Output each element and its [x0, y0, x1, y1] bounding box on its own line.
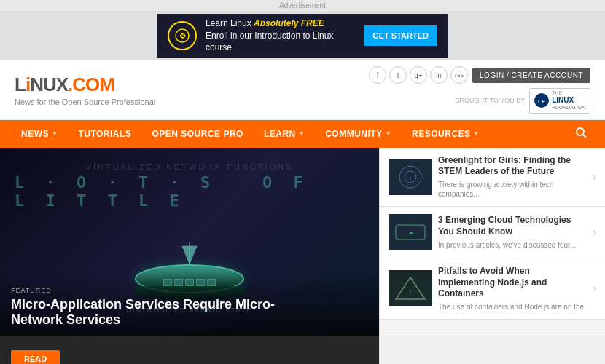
- main-content: VIRTUALIZED NETWORK FUNCTIONS L · O · T …: [0, 148, 605, 336]
- lots-of-little-text: L · O · T · S O F L I T T L E: [15, 173, 364, 210]
- nav-opensource-label: OPEN SOURCE PRO: [152, 129, 243, 139]
- linkedin-icon[interactable]: in: [430, 66, 448, 84]
- article-chevron-3: ›: [593, 282, 596, 295]
- ad-cta-button[interactable]: GET STARTED: [364, 25, 437, 46]
- article-excerpt-3: The use of containers and Node.js are on…: [438, 302, 587, 312]
- ad-icon: ⚙: [168, 21, 197, 50]
- svg-point-4: [577, 128, 584, 135]
- network-title: VIRTUALIZED NETWORK FUNCTIONS: [86, 162, 294, 171]
- featured-label: FEATURED: [11, 287, 368, 294]
- featured-background: VIRTUALIZED NETWORK FUNCTIONS L · O · T …: [0, 148, 379, 336]
- login-button[interactable]: LOGIN / CREATE ACCOUNT: [472, 68, 590, 83]
- nav-item-tutorials[interactable]: TUTORIALS: [68, 120, 141, 148]
- article-item-2[interactable]: ☁ 3 Emerging Cloud Technologies You Shou…: [380, 207, 605, 258]
- ad-text: Learn Linux Absolutely FREE Enroll in ou…: [206, 17, 355, 54]
- nav-learn-caret: ▼: [299, 130, 305, 137]
- nav-news-caret: ▼: [52, 130, 58, 137]
- read-button[interactable]: READ: [11, 350, 60, 364]
- article-text-3: Pitfalls to Avoid When Implementing Node…: [438, 266, 587, 312]
- nav-item-opensource[interactable]: OPEN SOURCE PRO: [141, 120, 254, 148]
- svg-rect-15: [389, 270, 432, 306]
- lf-icon: LF: [534, 93, 549, 108]
- logo-area[interactable]: LiNUX.COM News for the Open Source Profe…: [15, 74, 155, 106]
- svg-line-5: [583, 135, 586, 138]
- sidebar-bottom: [379, 336, 605, 364]
- article-thumb-3: !: [389, 270, 432, 306]
- nav-tutorials-label: TUTORIALS: [78, 129, 131, 139]
- site-tagline: News for the Open Source Professional: [15, 98, 155, 106]
- ad-label: Advertisement: [0, 0, 605, 11]
- ad-banner[interactable]: ⚙ Learn Linux Absolutely FREE Enroll in …: [157, 14, 448, 58]
- twitter-icon[interactable]: t: [389, 66, 407, 84]
- featured-bottom-bar: READ: [0, 336, 379, 364]
- article-chevron-1: ›: [593, 170, 596, 183]
- article-text-2: 3 Emerging Cloud Technologies You Should…: [438, 215, 587, 249]
- site-header: LiNUX.COM News for the Open Source Profe…: [0, 60, 605, 120]
- svg-text:⚙: ⚙: [179, 32, 186, 40]
- article-title-3: Pitfalls to Avoid When Implementing Node…: [438, 266, 587, 300]
- nav-community-label: COMMUNITY: [325, 129, 383, 139]
- nav-learn-label: LEARN: [264, 129, 296, 139]
- lf-text: THE LINUX FOUNDATION: [552, 90, 585, 111]
- featured-image-area: VIRTUALIZED NETWORK FUNCTIONS L · O · T …: [0, 148, 379, 336]
- svg-text:LF: LF: [538, 98, 545, 105]
- nav-item-resources[interactable]: RESOURCES ▼: [402, 120, 490, 148]
- header-right: f t g+ in rss LOGIN / CREATE ACCOUNT BRO…: [369, 66, 590, 114]
- featured-overlay: FEATURED Micro-Application Services Requ…: [0, 272, 379, 336]
- nav-resources-caret: ▼: [474, 130, 480, 137]
- nav-community-caret: ▼: [386, 130, 391, 137]
- nav-search-button[interactable]: [568, 127, 594, 141]
- article-excerpt-2: In previous articles, we've discussed fo…: [438, 240, 587, 250]
- bottom-strip: READ: [0, 336, 605, 364]
- nav-item-learn[interactable]: LEARN ▼: [254, 120, 315, 148]
- rss-icon[interactable]: rss: [450, 66, 468, 84]
- article-chevron-2: ›: [593, 226, 596, 239]
- article-excerpt-1: There is growing anxiety within tech com…: [438, 180, 587, 199]
- googleplus-icon[interactable]: g+: [410, 66, 427, 84]
- brought-by: BROUGHT TO YOU BY LF THE LINUX FOUNDATIO…: [455, 88, 590, 114]
- article-thumb-2: ☁: [389, 214, 432, 250]
- logo-linux-text: LiNUX: [15, 74, 68, 95]
- article-title-1: Greenlight for Girls: Finding the STEM L…: [438, 155, 587, 178]
- nav-resources-label: RESOURCES: [412, 129, 471, 139]
- nav-bar: NEWS ▼ TUTORIALS OPEN SOURCE PRO LEARN ▼…: [0, 120, 605, 148]
- social-login-area: f t g+ in rss LOGIN / CREATE ACCOUNT: [369, 66, 590, 84]
- nav-news-label: NEWS: [21, 129, 49, 139]
- facebook-icon[interactable]: f: [369, 66, 386, 84]
- linux-foundation-logo: LF THE LINUX FOUNDATION: [529, 88, 590, 114]
- article-item-1[interactable]: ♀ Greenlight for Girls: Finding the STEM…: [380, 148, 605, 207]
- article-thumb-1: ♀: [389, 159, 432, 195]
- article-title-2: 3 Emerging Cloud Technologies You Should…: [438, 215, 587, 237]
- social-icons: f t g+ in rss: [369, 66, 468, 84]
- svg-text:☁: ☁: [407, 229, 414, 236]
- featured-title: Micro-Application Services Require Micro…: [11, 297, 368, 328]
- site-logo: LiNUX.COM: [15, 74, 155, 96]
- svg-text:♀: ♀: [408, 175, 413, 182]
- nav-item-community[interactable]: COMMUNITY ▼: [315, 120, 402, 148]
- sidebar-articles: ♀ Greenlight for Girls: Finding the STEM…: [379, 148, 605, 336]
- logo-com: COM: [72, 74, 114, 95]
- article-item-3[interactable]: ! Pitfalls to Avoid When Implementing No…: [380, 258, 605, 320]
- article-text-1: Greenlight for Girls: Finding the STEM L…: [438, 155, 587, 199]
- nav-item-news[interactable]: NEWS ▼: [11, 120, 68, 148]
- svg-text:!: !: [410, 289, 412, 297]
